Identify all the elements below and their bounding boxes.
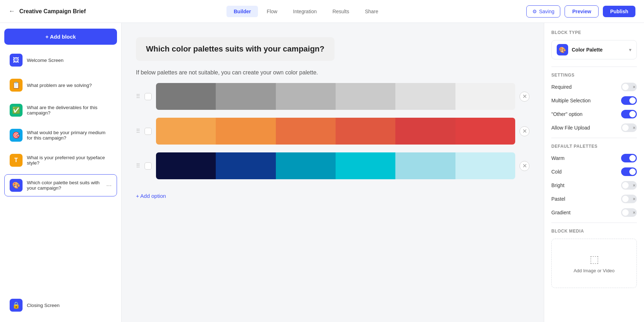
sidebar-item-closing[interactable]: 🔒 Closing Screen [4, 294, 117, 316]
swatch-gray-5 [395, 83, 455, 110]
sidebar-item-closing-label: Closing Screen [27, 303, 112, 308]
toggle-cold[interactable]: ✓ [621, 167, 637, 176]
remove-warm-button[interactable]: ✕ [519, 126, 530, 136]
checkbox-cold[interactable] [145, 162, 152, 170]
palette-row-warm: ⠿ ✕ [136, 118, 530, 145]
sidebar-item-more-button[interactable]: ··· [106, 182, 112, 189]
toggle-cold-check: ✓ [632, 170, 635, 174]
toggle-required[interactable]: ✕ [621, 83, 637, 91]
settings-required-label: Required [551, 84, 572, 90]
settings-multiple-label: Multiple Selection [551, 98, 591, 103]
toggle-warm-check: ✓ [632, 156, 635, 160]
palette-row-bright-toggle: Bright ✕ [551, 181, 637, 190]
sidebar-item-deliverables[interactable]: ✅ What are the deliverables for this cam… [4, 99, 117, 121]
palette-row-cold-toggle: Cold ✓ [551, 167, 637, 176]
swatch-gray-3 [276, 83, 336, 110]
tab-flow[interactable]: Flow [259, 6, 284, 17]
palette-cold-label: Cold [551, 169, 562, 175]
toggle-bright[interactable]: ✕ [621, 181, 637, 190]
checkbox-warm[interactable] [145, 128, 152, 135]
toggle-required-x: ✕ [633, 85, 635, 89]
sidebar-item-typeface-label: What is your preferred your typeface sty… [27, 155, 112, 166]
toggle-multiple[interactable]: ✓ [621, 96, 637, 105]
add-option-button[interactable]: + Add option [136, 190, 530, 202]
default-palettes-section: Default Palettes Warm ✓ Cold ✓ Bright [551, 144, 637, 217]
palette-row-pastel-toggle: Pastel ✕ [551, 195, 637, 203]
sidebar-item-palette[interactable]: 🎨 Which color palette best suits with yo… [4, 174, 117, 196]
swatch-warm-1 [156, 118, 216, 145]
tab-results[interactable]: Results [325, 6, 356, 17]
drag-handle-gray[interactable]: ⠿ [136, 93, 140, 100]
sidebar-item-welcome-label: Welcome Screen [27, 58, 112, 63]
toggle-multiple-check: ✓ [632, 99, 635, 103]
media-upload-area[interactable]: ⬚ Add Image or Video [551, 239, 637, 288]
main-content: Which color palettes suits with your cam… [122, 23, 544, 322]
tab-integration[interactable]: Integration [286, 6, 324, 17]
toggle-gradient[interactable]: ✕ [621, 208, 637, 217]
swatch-gray[interactable] [156, 83, 515, 110]
swatch-warm[interactable] [156, 118, 515, 145]
back-button[interactable]: ← [9, 8, 15, 15]
swatch-warm-2 [216, 118, 275, 145]
saving-button[interactable]: ⚙ Saving [526, 5, 561, 18]
tab-share[interactable]: Share [358, 6, 385, 17]
divider-3 [551, 223, 637, 223]
block-type-left: 🎨 Color Palette [557, 44, 602, 55]
swatch-gray-6 [455, 83, 515, 110]
remove-cold-button[interactable]: ✕ [519, 161, 530, 171]
toggle-gradient-x: ✕ [633, 211, 635, 215]
palette-row-cold: ⠿ ✕ [136, 152, 530, 179]
sidebar: + Add block 🖼 Welcome Screen 📋 What prob… [0, 23, 122, 322]
block-type-selector[interactable]: 🎨 Color Palette ▾ [551, 40, 637, 59]
drag-handle-cold[interactable]: ⠿ [136, 162, 140, 169]
question-title: Which color palettes suits with your cam… [136, 37, 530, 61]
default-palettes-title: Default Palettes [551, 144, 637, 149]
toggle-pastel[interactable]: ✕ [621, 195, 637, 203]
toggle-warm[interactable]: ✓ [621, 154, 637, 162]
question-subtitle: If below palettes are not suitable, you … [136, 69, 530, 76]
header-left: ← Creative Campaign Brief [9, 8, 86, 15]
toggle-fileupload[interactable]: ✕ [621, 123, 637, 132]
block-type-icon: 🎨 [557, 44, 568, 55]
divider-1 [551, 67, 637, 67]
sidebar-item-medium[interactable]: 🎯 What would be your primary medium for … [4, 124, 117, 146]
block-media-section: Block Media ⬚ Add Image or Video [551, 229, 637, 288]
palette-row-gray: ⠿ ✕ [136, 83, 530, 110]
add-block-button[interactable]: + Add block [4, 29, 117, 45]
saving-icon: ⚙ [532, 9, 537, 14]
publish-button[interactable]: Publish [603, 6, 635, 17]
typeface-icon: T [10, 154, 23, 167]
swatch-cold-3 [276, 152, 336, 179]
sidebar-item-welcome[interactable]: 🖼 Welcome Screen [4, 49, 117, 71]
welcome-icon: 🖼 [10, 54, 23, 67]
saving-label: Saving [539, 9, 555, 14]
swatch-warm-3 [276, 118, 336, 145]
closing-icon: 🔒 [10, 299, 23, 312]
palette-row-warm-toggle: Warm ✓ [551, 154, 637, 162]
toggle-other[interactable]: ✓ [621, 110, 637, 118]
toggle-bright-knob [622, 182, 629, 189]
block-type-label: Color Palette [572, 47, 602, 53]
palette-bright-label: Bright [551, 182, 565, 188]
swatch-cold[interactable] [156, 152, 515, 179]
settings-row-required: Required ✕ [551, 83, 637, 91]
remove-gray-button[interactable]: ✕ [519, 92, 530, 102]
toggle-pastel-knob [622, 196, 629, 202]
drag-handle-warm[interactable]: ⠿ [136, 128, 140, 135]
palette-pastel-label: Pastel [551, 196, 565, 202]
swatch-gray-2 [216, 83, 275, 110]
toggle-gradient-knob [622, 209, 629, 216]
tab-builder[interactable]: Builder [226, 6, 258, 17]
app-title: Creative Campaign Brief [19, 8, 86, 15]
problem-icon: 📋 [10, 79, 23, 92]
header-nav: Builder Flow Integration Results Share [226, 6, 385, 17]
palette-row-gradient-toggle: Gradient ✕ [551, 208, 637, 217]
sidebar-item-problem[interactable]: 📋 What problem are we solving? [4, 74, 117, 96]
settings-row-other: "Other" option ✓ [551, 110, 637, 118]
toggle-fileupload-x: ✕ [633, 126, 635, 130]
sidebar-item-palette-label: Which color palette best suits with your… [27, 180, 102, 191]
checkbox-gray[interactable] [145, 93, 152, 100]
swatch-cold-1 [156, 152, 216, 179]
preview-button[interactable]: Preview [565, 5, 599, 18]
sidebar-item-typeface[interactable]: T What is your preferred your typeface s… [4, 149, 117, 171]
